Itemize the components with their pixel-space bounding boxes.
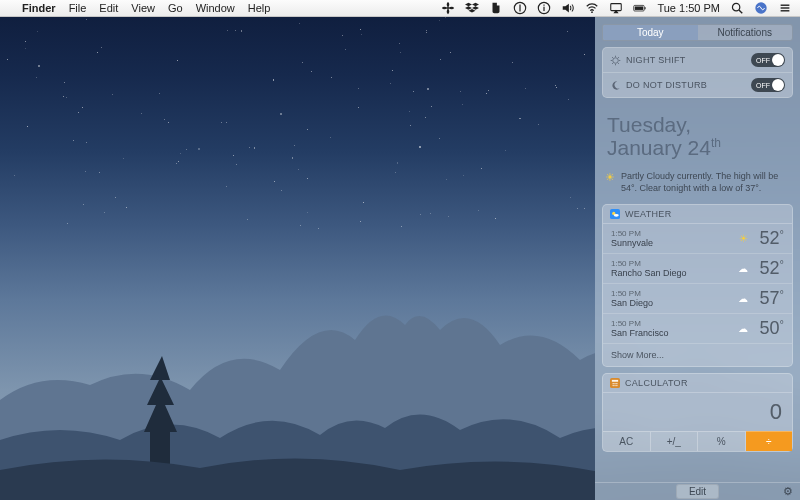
nc-tabs: Today Notifications [602,24,793,41]
svg-line-24 [612,62,613,63]
dnd-label: DO NOT DISTURB [626,80,707,90]
siri-icon[interactable] [754,1,768,15]
menu-file[interactable]: File [69,2,87,14]
weather-row[interactable]: 1:50 PMSan Diego ☁ 57° [603,283,792,313]
dnd-row: DO NOT DISTURB OFF [603,72,792,97]
app-name[interactable]: Finder [22,2,56,14]
dropbox-icon[interactable] [465,1,479,15]
svg-point-6 [592,11,594,13]
calculator-widget: CALCULATOR 0 AC +/_ % ÷ [602,373,793,452]
svg-rect-10 [645,7,646,9]
weather-show-more[interactable]: Show More... [603,343,792,366]
wifi-icon[interactable] [585,1,599,15]
svg-rect-5 [544,5,545,6]
menubar-clock[interactable]: Tue 1:50 PM [657,2,720,14]
date-line1: Tuesday, [607,114,788,136]
calculator-display: 0 [603,393,792,431]
calculator-app-icon [610,378,620,388]
dnd-toggle[interactable]: OFF [751,78,785,92]
svg-rect-9 [635,6,643,9]
date-suffix: th [711,136,721,150]
cloud-icon: ☁ [736,293,750,304]
menu-help[interactable]: Help [248,2,271,14]
svg-line-12 [739,10,742,13]
fan-icon[interactable] [441,1,455,15]
svg-rect-2 [520,5,521,12]
svg-rect-4 [544,7,545,11]
svg-point-33 [616,383,617,384]
svg-point-28 [614,214,619,217]
weather-rows: 1:50 PMSunnyvale ☀ 52° 1:50 PMRancho San… [603,224,792,343]
quick-toggles: NIGHT SHIFT OFF DO NOT DISTURB OFF [602,47,793,98]
svg-rect-30 [612,380,618,382]
notification-center-icon[interactable] [778,1,792,15]
calc-key-div[interactable]: ÷ [746,431,793,451]
today-date: Tuesday, January 24th [595,108,800,164]
spotlight-icon[interactable] [730,1,744,15]
svg-rect-14 [781,5,790,6]
volume-icon[interactable] [561,1,575,15]
nc-footer: Edit ⚙ [595,482,800,500]
svg-point-31 [613,383,614,384]
weather-row[interactable]: 1:50 PMSunnyvale ☀ 52° [603,224,792,253]
calc-key-sign[interactable]: +/_ [651,431,699,451]
weather-widget: WEATHER 1:50 PMSunnyvale ☀ 52° 1:50 PMRa… [602,204,793,367]
date-line2: January 24 [607,136,711,159]
menu-edit[interactable]: Edit [99,2,118,14]
svg-point-32 [614,383,615,384]
svg-rect-15 [781,7,790,8]
calc-key-pct[interactable]: % [698,431,746,451]
cloud-icon: ☁ [736,263,750,274]
tab-notifications[interactable]: Notifications [698,25,793,40]
gear-icon[interactable]: ⚙ [783,485,793,498]
menu-window[interactable]: Window [196,2,235,14]
calc-key-ac[interactable]: AC [603,431,651,451]
svg-point-35 [614,385,615,386]
night-shift-row: NIGHT SHIFT OFF [603,48,792,72]
menu-go[interactable]: Go [168,2,183,14]
moon-icon [610,80,621,91]
svg-line-22 [612,57,613,58]
sun-icon: ☀ [605,170,615,194]
weather-row[interactable]: 1:50 PMRancho San Diego ☁ 52° [603,253,792,283]
weather-summary: ☀ Partly Cloudy currently. The high will… [595,164,800,204]
svg-rect-7 [611,4,622,11]
svg-point-36 [616,385,617,386]
onepassword-icon[interactable] [513,1,527,15]
tab-today[interactable]: Today [603,25,698,40]
airplay-icon[interactable] [609,1,623,15]
circle-i-icon[interactable] [537,1,551,15]
night-shift-toggle[interactable]: OFF [751,53,785,67]
svg-point-11 [732,3,739,10]
weather-title: WEATHER [625,209,671,219]
cloud-icon: ☁ [736,323,750,334]
weather-row[interactable]: 1:50 PMSan Francisco ☁ 50° [603,313,792,343]
night-shift-icon [610,55,621,66]
calculator-title: CALCULATOR [625,378,688,388]
edit-button[interactable]: Edit [676,484,719,499]
svg-line-25 [618,57,619,58]
svg-point-34 [613,385,614,386]
sun-icon: ☀ [736,233,750,244]
svg-line-23 [618,62,619,63]
weather-app-icon [610,209,620,219]
svg-point-17 [613,57,619,63]
evernote-icon[interactable] [489,1,503,15]
weather-summary-text: Partly Cloudy currently. The high will b… [621,170,790,194]
battery-icon[interactable] [633,1,647,15]
night-shift-label: NIGHT SHIFT [626,55,686,65]
menu-view[interactable]: View [131,2,155,14]
notification-center-panel: Today Notifications NIGHT SHIFT OFF DO N… [595,17,800,500]
menu-bar: Finder File Edit View Go Window Help Tue… [0,0,800,17]
svg-rect-16 [781,10,790,11]
